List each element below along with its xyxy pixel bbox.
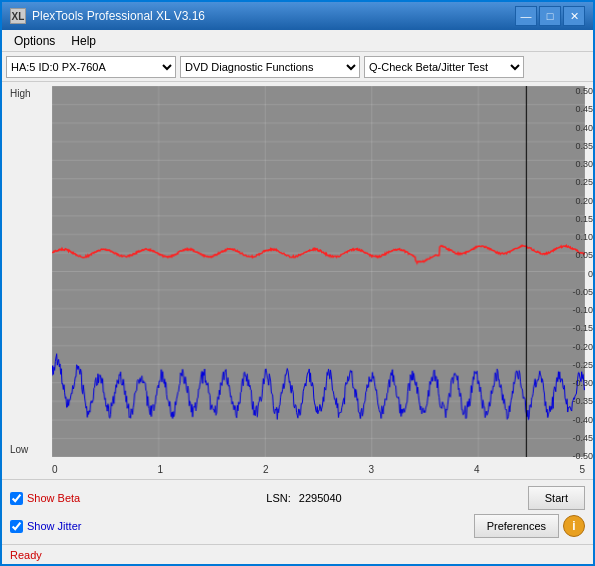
show-jitter-checkbox[interactable]: [10, 520, 23, 533]
jitter-text: Show Jitter: [27, 520, 81, 532]
bottom-row2: Show Jitter Preferences i: [10, 514, 585, 538]
status-text: Ready: [10, 549, 42, 561]
show-jitter-label[interactable]: Show Jitter: [10, 520, 81, 533]
title-bar-buttons: — □ ✕: [515, 6, 585, 26]
maximize-button[interactable]: □: [539, 6, 561, 26]
chart-area: High Low 0123450.500.450.400.350.300.250…: [2, 82, 593, 479]
chart-high-label: High: [10, 88, 31, 99]
chart-low-label: Low: [10, 444, 28, 455]
close-button[interactable]: ✕: [563, 6, 585, 26]
beta-text: Show Beta: [27, 492, 80, 504]
bottom-panel: Show Beta LSN: 2295040 Start Show Jitter…: [2, 479, 593, 544]
start-button[interactable]: Start: [528, 486, 585, 510]
preferences-button[interactable]: Preferences: [474, 514, 559, 538]
chart-canvas: [52, 86, 585, 457]
menu-bar: Options Help: [2, 30, 593, 52]
drive-select[interactable]: HA:5 ID:0 PX-760A: [6, 56, 176, 78]
toolbar: HA:5 ID:0 PX-760A DVD Diagnostic Functio…: [2, 52, 593, 82]
minimize-button[interactable]: —: [515, 6, 537, 26]
info-button[interactable]: i: [563, 515, 585, 537]
lsn-value: 2295040: [299, 492, 342, 504]
show-beta-checkbox[interactable]: [10, 492, 23, 505]
window-title: PlexTools Professional XL V3.16: [32, 9, 205, 23]
title-bar: XL PlexTools Professional XL V3.16 — □ ✕: [2, 2, 593, 30]
show-beta-label[interactable]: Show Beta: [10, 492, 80, 505]
lsn-label: LSN:: [266, 492, 290, 504]
menu-options[interactable]: Options: [6, 32, 63, 50]
main-content: High Low 0123450.500.450.400.350.300.250…: [2, 82, 593, 544]
function-select[interactable]: DVD Diagnostic Functions: [180, 56, 360, 78]
bottom-row1: Show Beta LSN: 2295040 Start: [10, 486, 585, 510]
main-window: XL PlexTools Professional XL V3.16 — □ ✕…: [0, 0, 595, 566]
checkbox-group: Show Beta: [10, 492, 80, 505]
app-icon: XL: [10, 8, 26, 24]
menu-help[interactable]: Help: [63, 32, 104, 50]
title-bar-left: XL PlexTools Professional XL V3.16: [10, 8, 205, 24]
test-select[interactable]: Q-Check Beta/Jitter Test: [364, 56, 524, 78]
prefs-row: Preferences i: [474, 514, 585, 538]
lsn-group: LSN: 2295040: [266, 492, 341, 504]
status-bar: Ready: [2, 544, 593, 564]
